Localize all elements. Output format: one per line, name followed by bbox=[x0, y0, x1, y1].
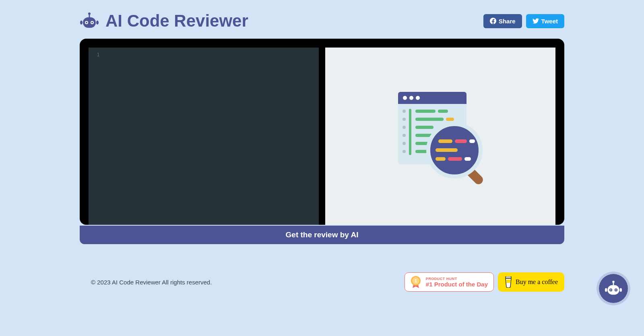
svg-point-7 bbox=[80, 21, 83, 25]
svg-rect-11 bbox=[398, 102, 466, 104]
code-editor[interactable]: 1 bbox=[89, 48, 319, 225]
product-hunt-text: PRODUCT HUNT #1 Product of the Day bbox=[426, 277, 488, 288]
tweet-label: Tweet bbox=[541, 18, 558, 25]
footer-badges: 1 PRODUCT HUNT #1 Product of the Day Buy… bbox=[405, 272, 564, 292]
svg-point-12 bbox=[403, 96, 407, 100]
svg-rect-36 bbox=[436, 148, 458, 152]
svg-point-17 bbox=[402, 126, 406, 129]
svg-point-49 bbox=[610, 289, 611, 290]
svg-point-0 bbox=[88, 12, 91, 15]
svg-rect-22 bbox=[415, 110, 436, 113]
svg-point-8 bbox=[96, 21, 99, 25]
svg-text:1: 1 bbox=[415, 278, 417, 283]
main-panel: 1 bbox=[80, 39, 564, 225]
facebook-icon bbox=[490, 18, 496, 24]
result-panel bbox=[325, 48, 555, 225]
get-review-button[interactable]: Get the review by AI bbox=[80, 226, 564, 244]
line-number: 1 bbox=[89, 52, 319, 58]
share-label: Share bbox=[499, 18, 516, 25]
svg-point-15 bbox=[402, 110, 406, 113]
svg-point-50 bbox=[615, 289, 617, 290]
svg-rect-24 bbox=[415, 118, 444, 121]
product-hunt-title: #1 Product of the Day bbox=[426, 281, 488, 288]
svg-rect-2 bbox=[83, 17, 96, 28]
svg-point-16 bbox=[402, 118, 406, 121]
svg-rect-43 bbox=[506, 276, 511, 278]
svg-rect-38 bbox=[448, 157, 462, 161]
svg-rect-37 bbox=[436, 157, 446, 161]
split-view: 1 bbox=[89, 48, 555, 225]
svg-rect-35 bbox=[469, 139, 475, 143]
robot-chat-icon bbox=[605, 280, 622, 297]
svg-point-14 bbox=[416, 96, 420, 100]
svg-point-13 bbox=[409, 96, 413, 100]
svg-point-44 bbox=[612, 281, 615, 283]
share-buttons: Share Tweet bbox=[483, 14, 564, 28]
svg-rect-46 bbox=[607, 285, 619, 295]
share-facebook-button[interactable]: Share bbox=[483, 14, 522, 28]
product-hunt-label: PRODUCT HUNT bbox=[426, 277, 488, 281]
copyright-text: © 2023 AI Code Reviewer All rights reser… bbox=[80, 279, 212, 286]
code-review-illustration-icon bbox=[384, 80, 497, 193]
coffee-label: Buy me a coffee bbox=[516, 278, 558, 286]
svg-point-51 bbox=[605, 288, 607, 292]
header: AI Code Reviewer Share Tweet bbox=[80, 0, 564, 39]
svg-rect-39 bbox=[464, 157, 471, 161]
svg-point-52 bbox=[620, 288, 622, 292]
robot-logo-icon bbox=[80, 11, 99, 31]
product-hunt-badge[interactable]: 1 PRODUCT HUNT #1 Product of the Day bbox=[405, 272, 494, 292]
logo-section: AI Code Reviewer bbox=[80, 11, 248, 31]
footer: © 2023 AI Code Reviewer All rights reser… bbox=[80, 244, 564, 292]
svg-point-20 bbox=[402, 150, 406, 153]
svg-rect-34 bbox=[455, 139, 467, 143]
svg-rect-26 bbox=[415, 126, 433, 129]
svg-point-6 bbox=[91, 22, 93, 23]
svg-rect-23 bbox=[438, 110, 448, 113]
svg-rect-25 bbox=[446, 118, 454, 121]
share-twitter-button[interactable]: Tweet bbox=[526, 14, 564, 28]
chat-button[interactable] bbox=[599, 274, 628, 303]
svg-rect-33 bbox=[438, 139, 452, 143]
svg-rect-21 bbox=[409, 109, 411, 155]
app-title: AI Code Reviewer bbox=[105, 11, 248, 31]
coffee-cup-icon bbox=[504, 276, 512, 288]
svg-point-19 bbox=[402, 142, 406, 145]
medal-icon: 1 bbox=[411, 276, 421, 288]
main-content: 1 bbox=[80, 39, 564, 244]
twitter-icon bbox=[533, 18, 539, 24]
buy-me-coffee-button[interactable]: Buy me a coffee bbox=[498, 272, 564, 292]
svg-point-18 bbox=[402, 134, 406, 137]
svg-point-5 bbox=[86, 22, 87, 23]
